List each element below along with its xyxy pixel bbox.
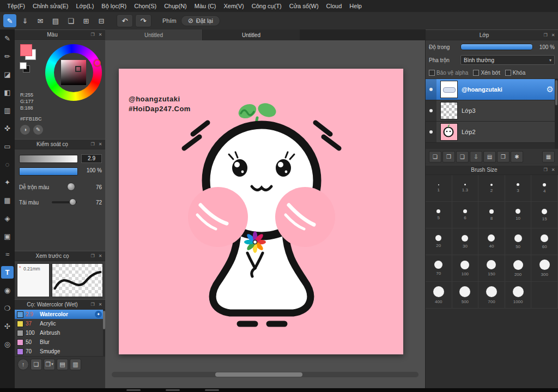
close-icon[interactable]: ✕: [97, 32, 104, 37]
horizontal-scrollbar[interactable]: [112, 372, 418, 377]
menu-item-filter[interactable]: Bộ lọc(R): [98, 0, 130, 12]
comment-button[interactable]: ✉: [34, 14, 47, 27]
brush-size-option[interactable]: 150: [478, 255, 505, 282]
brush-item[interactable]: 2.9 Watercolor ✦: [15, 310, 105, 319]
close-icon[interactable]: ✕: [97, 254, 104, 258]
brush-size-option[interactable]: 400: [426, 282, 452, 309]
brush-size-option[interactable]: 300: [531, 255, 558, 282]
pen-tool[interactable]: ✎: [1, 32, 14, 45]
brush-item[interactable]: 100 Airbrush: [15, 328, 105, 337]
brush-size-option[interactable]: 2: [478, 175, 505, 202]
blend-mode-select[interactable]: Bình thường ▾: [460, 55, 555, 65]
popout-icon[interactable]: ❐: [89, 254, 96, 258]
brush-size-option[interactable]: 200: [505, 255, 532, 282]
curve-tool[interactable]: ≈: [1, 248, 14, 261]
layer-row-active[interactable]: @hoangzutaki ⚙: [426, 79, 558, 100]
brush-size-option[interactable]: 20: [426, 228, 452, 255]
brush-size-option[interactable]: 8: [478, 202, 505, 228]
brush-folder-button[interactable]: ▥: [70, 359, 81, 370]
save-button[interactable]: ⇓: [19, 14, 32, 27]
popout-icon[interactable]: ❐: [89, 142, 96, 147]
popout-icon[interactable]: ❐: [542, 33, 549, 38]
copy-layer-button[interactable]: ❒: [497, 151, 510, 162]
brush-size-option[interactable]: 60: [531, 228, 558, 255]
menu-item-view[interactable]: Xem(V): [220, 0, 247, 12]
add-brush-button[interactable]: ❏: [31, 359, 42, 370]
undo-button[interactable]: ↶: [117, 14, 133, 27]
brush-size-option[interactable]: 500: [452, 282, 479, 309]
stamp-tool[interactable]: ▣: [1, 230, 14, 243]
brush-size-option[interactable]: 1.3: [452, 175, 479, 202]
drawing-canvas[interactable]: @hoangzutaki #HoiDap247.Com: [119, 69, 403, 354]
gradient-tool[interactable]: ▥: [1, 104, 14, 117]
color-wheel-toggle-button[interactable]: ◑: [20, 125, 30, 135]
menu-item-window[interactable]: Cửa sổ(W): [286, 0, 323, 12]
magic-wand-tool[interactable]: ✦: [1, 176, 14, 189]
brush-size-option[interactable]: 70: [426, 255, 452, 282]
brush-up-button[interactable]: ↑: [17, 359, 29, 370]
menu-item-file[interactable]: Tệp(F): [3, 0, 29, 12]
brush-settings-button[interactable]: ❐▾: [44, 359, 55, 370]
brush-size-option[interactable]: 100: [452, 255, 479, 282]
brush-size-option[interactable]: 4: [531, 175, 558, 202]
saturation-value-box[interactable]: [61, 60, 86, 85]
duplicate-layer-button[interactable]: ❐: [442, 151, 455, 162]
brush-size-slider[interactable]: [19, 155, 78, 163]
alpha-protect-checkbox[interactable]: Bảo vệ alpha: [429, 70, 468, 76]
menu-item-edit[interactable]: Chỉnh sửa(E): [29, 0, 72, 12]
lasso-tool[interactable]: ◌: [1, 158, 14, 171]
layer-property-button[interactable]: ❑: [456, 151, 469, 162]
brush-size-option[interactable]: 50: [505, 228, 532, 255]
menu-item-tools[interactable]: Công cụ(T): [248, 0, 286, 12]
layer-visibility-toggle[interactable]: [426, 122, 436, 142]
brush-size-value[interactable]: 2.9: [81, 154, 102, 163]
brush-size-option[interactable]: 700: [478, 282, 505, 309]
delete-layer-button[interactable]: ▦: [542, 151, 555, 162]
load-knob[interactable]: [69, 198, 76, 206]
popout-icon[interactable]: ❐: [89, 32, 96, 37]
layer-settings-button[interactable]: ✱: [511, 151, 523, 162]
transform-tool[interactable]: ◈: [1, 212, 14, 225]
merge-down-button[interactable]: ⇩: [470, 151, 482, 162]
scroll-thumb[interactable]: [555, 80, 557, 105]
menu-item-help[interactable]: Help: [345, 0, 366, 12]
brush-size-option[interactable]: 1: [426, 175, 452, 202]
brush-item[interactable]: 70 Smudge: [15, 347, 105, 356]
layer-row[interactable]: Lớp3: [426, 100, 558, 122]
brush-size-option[interactable]: 30: [452, 228, 479, 255]
brush-size-option[interactable]: 3: [505, 175, 532, 202]
close-icon[interactable]: ✕: [550, 33, 556, 38]
menu-item-color[interactable]: Màu (C): [191, 0, 220, 12]
gear-icon[interactable]: ⚙: [547, 85, 554, 94]
move-tool[interactable]: ✜: [1, 122, 14, 135]
brush-opacity-slider[interactable]: [19, 167, 78, 176]
eraser-tool[interactable]: ◪: [1, 68, 14, 81]
menu-item-layer[interactable]: Lớp(L): [72, 0, 98, 12]
layer-visibility-toggle[interactable]: [426, 79, 436, 100]
menu-item-snap[interactable]: Chụp(N): [160, 0, 191, 12]
hand-tool[interactable]: ✣: [1, 320, 14, 333]
brush-size-option[interactable]: 40: [478, 228, 505, 255]
sv-cursor[interactable]: [75, 66, 81, 72]
new-folder-button[interactable]: ▤: [483, 151, 496, 162]
reset-button[interactable]: ⊘ Đặt lại: [181, 15, 220, 26]
display-button[interactable]: ▤: [49, 14, 62, 27]
scroll-thumb[interactable]: [215, 372, 302, 377]
layer-visibility-toggle[interactable]: [426, 100, 436, 121]
import-brush-button[interactable]: ▤: [57, 359, 68, 370]
brush-item[interactable]: 50 Blur: [15, 337, 105, 347]
eyedropper-tool[interactable]: ◉: [1, 284, 14, 297]
foreground-color-swatch[interactable]: [20, 44, 32, 56]
brush-size-option[interactable]: 5: [426, 202, 452, 228]
close-icon[interactable]: ✕: [97, 142, 104, 147]
brush-size-option[interactable]: 6: [452, 202, 479, 228]
zoom-tool[interactable]: ◎: [1, 338, 14, 351]
opacity-slider[interactable]: [460, 44, 533, 50]
close-icon[interactable]: ✕: [97, 302, 104, 307]
tab-untitled-2[interactable]: Untitled: [203, 29, 300, 40]
mix-knob[interactable]: [67, 183, 75, 191]
redo-button[interactable]: ↷: [135, 14, 151, 27]
menu-item-cloud[interactable]: Cloud: [323, 0, 346, 12]
cell-snap-button[interactable]: ⊟: [95, 14, 108, 27]
brush-mode-button[interactable]: ✎: [3, 14, 16, 27]
